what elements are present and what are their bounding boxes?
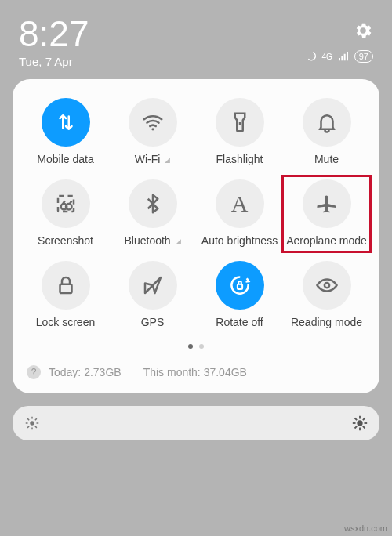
info-icon: ? <box>27 365 41 379</box>
tile-label: Lock screen <box>36 316 95 328</box>
tile-screenshot[interactable]: Screenshot <box>22 178 109 248</box>
page-dot-2 <box>199 344 204 349</box>
clock-time: 8:27 <box>19 16 89 52</box>
settings-button[interactable] <box>353 20 373 44</box>
svg-line-6 <box>35 426 37 428</box>
svg-line-8 <box>35 418 37 420</box>
data-today: Today: 2.73GB <box>49 366 122 378</box>
page-indicator[interactable] <box>22 344 370 349</box>
tile-label: Auto brightness <box>201 234 278 247</box>
airplane-icon <box>303 179 351 228</box>
tile-label: Mute <box>314 153 339 165</box>
tile-mute[interactable]: Mute <box>283 96 370 167</box>
tile-wifi[interactable]: Wi-Fi ◢ <box>109 96 196 167</box>
svg-line-17 <box>363 418 365 420</box>
battery-pill: 97 <box>354 50 373 63</box>
watermark: wsxdn.com <box>344 523 387 533</box>
tile-label: Flashlight <box>216 153 263 165</box>
dnd-icon <box>304 50 317 63</box>
svg-line-16 <box>354 426 357 429</box>
tile-label: GPS <box>141 316 165 328</box>
status-left: 8:27 Tue, 7 Apr <box>19 16 89 68</box>
letter-a-icon: A <box>216 179 264 228</box>
clock-date: Tue, 7 Apr <box>19 55 89 68</box>
status-right: 4G 97 <box>304 16 373 63</box>
tile-label: Mobile data <box>37 153 93 165</box>
quick-settings-panel: Mobile data Wi-Fi ◢ Flashlight Mute Scre… <box>13 79 379 393</box>
svg-line-5 <box>27 418 29 420</box>
tile-flashlight[interactable]: Flashlight <box>196 96 283 167</box>
rotate-lock-icon <box>216 261 264 310</box>
svg-line-7 <box>27 426 29 428</box>
svg-line-15 <box>363 426 365 429</box>
data-usage-row[interactable]: ? Today: 2.73GB This month: 37.04GB <box>22 357 370 384</box>
status-area: 8:27 Tue, 7 Apr 4G 97 <box>0 0 392 74</box>
eye-icon <box>303 261 351 310</box>
svg-line-14 <box>354 418 357 420</box>
screenshot-icon <box>42 179 90 228</box>
tile-label: Wi-Fi ◢ <box>135 153 171 165</box>
tile-auto-brightness[interactable]: A Auto brightness <box>196 178 283 248</box>
location-icon <box>129 261 177 310</box>
tile-bluetooth[interactable]: Bluetooth ◢ <box>109 178 196 248</box>
wifi-icon <box>129 98 177 147</box>
bluetooth-icon <box>129 179 177 228</box>
tile-label: Screenshot <box>38 234 93 247</box>
tile-label: Bluetooth ◢ <box>124 234 180 247</box>
tile-label: Aeroplane mode <box>286 234 367 247</box>
flashlight-icon <box>216 98 264 147</box>
tile-reading-mode[interactable]: Reading mode <box>283 259 370 330</box>
gear-icon <box>353 20 373 41</box>
data-month: This month: 37.04GB <box>143 366 247 378</box>
tile-gps[interactable]: GPS <box>109 259 196 330</box>
page-dot-1 <box>188 344 193 349</box>
svg-point-0 <box>30 421 34 426</box>
tile-aeroplane-mode[interactable]: Aeroplane mode <box>283 178 370 248</box>
lock-icon <box>42 261 90 310</box>
tile-rotate-off[interactable]: Rotate off <box>196 259 283 330</box>
tile-lock-screen[interactable]: Lock screen <box>22 259 109 330</box>
statusbar-icons: 4G 97 <box>304 50 373 63</box>
bell-icon <box>303 98 351 147</box>
tile-mobile-data[interactable]: Mobile data <box>22 96 109 167</box>
brightness-low-icon <box>24 415 41 432</box>
tiles-grid: Mobile data Wi-Fi ◢ Flashlight Mute Scre… <box>22 96 370 330</box>
brightness-high-icon <box>351 415 368 432</box>
tile-label: Reading mode <box>291 316 362 328</box>
brightness-slider[interactable] <box>13 406 379 440</box>
svg-point-9 <box>357 420 362 426</box>
tile-label: Rotate off <box>216 316 263 328</box>
signal-icon <box>337 50 350 63</box>
data-arrows-icon <box>42 98 90 147</box>
network-type: 4G <box>321 53 332 61</box>
